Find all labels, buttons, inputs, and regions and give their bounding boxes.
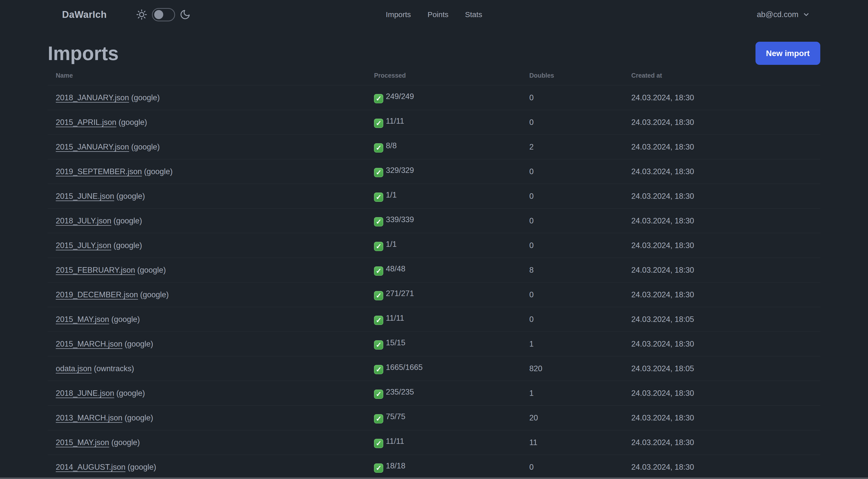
processed-value: 18/18 xyxy=(386,461,405,470)
name-cell: 2014_AUGUST.json (google) xyxy=(48,455,366,479)
import-file-link[interactable]: 2015_JANUARY.json xyxy=(56,143,129,151)
name-cell: 2015_FEBRUARY.json (google) xyxy=(48,258,366,282)
created-at-cell: 24.03.2024, 18:30 xyxy=(623,455,820,479)
processed-cell: ✓235/235 xyxy=(366,381,521,406)
sun-icon xyxy=(136,9,148,20)
name-cell: 2015_APRIL.json (google) xyxy=(48,110,366,135)
created-at-cell: 24.03.2024, 18:05 xyxy=(623,307,820,332)
import-file-link[interactable]: 2015_APRIL.json xyxy=(56,118,116,127)
processed-check-icon: ✓ xyxy=(374,192,383,202)
created-at-cell: 24.03.2024, 18:05 xyxy=(623,356,820,381)
horizontal-scrollbar[interactable] xyxy=(0,478,868,479)
processed-check-icon: ✓ xyxy=(374,217,383,227)
doubles-cell: 0 xyxy=(521,159,623,184)
import-file-link[interactable]: 2018_JULY.json xyxy=(56,216,111,225)
created-at-value: 24.03.2024, 18:30 xyxy=(631,463,694,472)
app-logo[interactable]: DaWarIch xyxy=(62,9,107,20)
processed-cell: ✓11/11 xyxy=(366,430,521,455)
column-header-created-at: Created at xyxy=(623,67,820,85)
imports-table-body: 2018_JANUARY.json (google) ✓249/249 0 24… xyxy=(48,85,820,479)
name-cell: 2019_DECEMBER.json (google) xyxy=(48,282,366,307)
doubles-value: 1 xyxy=(529,339,534,348)
created-at-cell: 24.03.2024, 18:30 xyxy=(623,332,820,356)
theme-toggle-knob xyxy=(154,10,163,19)
doubles-cell: 0 xyxy=(521,85,623,110)
import-file-link[interactable]: odata.json xyxy=(56,364,92,373)
processed-check-icon: ✓ xyxy=(374,94,383,103)
import-file-link[interactable]: 2019_SEPTEMBER.json xyxy=(56,167,142,176)
processed-value: 1665/1665 xyxy=(386,363,423,372)
import-source: (google) xyxy=(116,118,147,127)
moon-icon xyxy=(180,9,191,20)
processed-cell: ✓75/75 xyxy=(366,406,521,430)
doubles-value: 0 xyxy=(529,118,534,127)
import-file-link[interactable]: 2015_JUNE.json xyxy=(56,192,114,201)
created-at-cell: 24.03.2024, 18:30 xyxy=(623,159,820,184)
processed-value: 75/75 xyxy=(386,412,405,421)
doubles-cell: 0 xyxy=(521,209,623,233)
processed-check-icon: ✓ xyxy=(374,291,383,300)
doubles-value: 0 xyxy=(529,216,534,225)
processed-value: 8/8 xyxy=(386,141,397,150)
name-cell: 2018_JULY.json (google) xyxy=(48,209,366,233)
import-file-link[interactable]: 2019_DECEMBER.json xyxy=(56,290,138,299)
processed-cell: ✓329/329 xyxy=(366,159,521,184)
created-at-value: 24.03.2024, 18:30 xyxy=(631,266,694,274)
doubles-cell: 0 xyxy=(521,110,623,135)
processed-check-icon: ✓ xyxy=(374,266,383,276)
import-file-link[interactable]: 2015_MAY.json xyxy=(56,315,109,324)
processed-cell: ✓11/11 xyxy=(366,110,521,135)
processed-cell: ✓271/271 xyxy=(366,282,521,307)
processed-check-icon: ✓ xyxy=(374,168,383,177)
import-file-link[interactable]: 2015_JULY.json xyxy=(56,241,111,250)
import-source: (google) xyxy=(129,143,160,151)
table-row: 2019_SEPTEMBER.json (google) ✓329/329 0 … xyxy=(48,159,820,184)
doubles-cell: 2 xyxy=(521,135,623,159)
doubles-cell: 0 xyxy=(521,233,623,258)
created-at-cell: 24.03.2024, 18:30 xyxy=(623,381,820,406)
column-header-name: Name xyxy=(48,67,366,85)
imports-table: Name Processed Doubles Created at 2018_J… xyxy=(48,67,820,479)
doubles-value: 1 xyxy=(529,389,534,397)
table-row: odata.json (owntracks) ✓1665/1665 820 24… xyxy=(48,356,820,381)
created-at-cell: 24.03.2024, 18:30 xyxy=(623,430,820,455)
import-source: (google) xyxy=(122,413,153,422)
import-file-link[interactable]: 2018_JANUARY.json xyxy=(56,93,129,102)
processed-check-icon: ✓ xyxy=(374,463,383,473)
processed-value: 48/48 xyxy=(386,264,405,273)
created-at-value: 24.03.2024, 18:05 xyxy=(631,364,694,373)
processed-value: 339/339 xyxy=(386,215,414,224)
created-at-value: 24.03.2024, 18:30 xyxy=(631,192,694,201)
processed-value: 11/11 xyxy=(386,313,404,323)
user-menu[interactable]: ab@cd.com xyxy=(757,10,810,19)
theme-toggle-group xyxy=(136,8,191,21)
new-import-button[interactable]: New import xyxy=(755,42,820,65)
import-file-link[interactable]: 2015_MARCH.json xyxy=(56,339,122,348)
created-at-value: 24.03.2024, 18:30 xyxy=(631,413,694,422)
import-file-link[interactable]: 2015_FEBRUARY.json xyxy=(56,266,135,274)
nav-item-imports[interactable]: Imports xyxy=(386,10,411,19)
nav-item-stats[interactable]: Stats xyxy=(465,10,482,19)
processed-cell: ✓48/48 xyxy=(366,258,521,282)
processed-check-icon: ✓ xyxy=(374,414,383,423)
processed-value: 1/1 xyxy=(386,240,397,248)
created-at-cell: 24.03.2024, 18:30 xyxy=(623,184,820,209)
created-at-value: 24.03.2024, 18:30 xyxy=(631,339,694,348)
processed-value: 271/271 xyxy=(386,289,414,298)
page-title: Imports xyxy=(48,42,119,65)
import-file-link[interactable]: 2013_MARCH.json xyxy=(56,413,122,422)
processed-value: 15/15 xyxy=(386,338,405,347)
import-file-link[interactable]: 2014_AUGUST.json xyxy=(56,463,125,472)
import-source: (google) xyxy=(129,93,160,102)
nav-item-points[interactable]: Points xyxy=(428,10,448,19)
import-file-link[interactable]: 2018_JUNE.json xyxy=(56,389,114,397)
import-source: (google) xyxy=(138,290,168,299)
doubles-cell: 11 xyxy=(521,430,623,455)
import-source: (google) xyxy=(122,339,153,348)
import-source: (google) xyxy=(109,315,140,324)
theme-toggle[interactable] xyxy=(152,8,175,21)
doubles-cell: 1 xyxy=(521,332,623,356)
processed-value: 249/249 xyxy=(386,92,414,101)
doubles-value: 8 xyxy=(529,266,534,274)
import-file-link[interactable]: 2015_MAY.json xyxy=(56,438,109,447)
